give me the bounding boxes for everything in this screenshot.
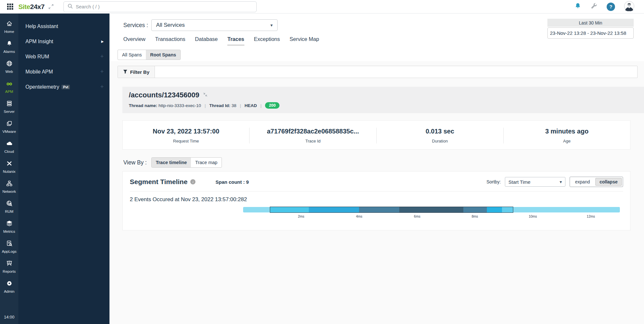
collapse-option[interactable]: collapse (595, 178, 622, 186)
search-input[interactable] (76, 4, 252, 9)
apm-panel: Help AssistantAPM Insight▶Web RUM+Mobile… (18, 14, 109, 324)
sidebar-item-vmware[interactable]: VMware (2, 117, 16, 137)
trace-title: /accounts/123456009 (129, 91, 199, 99)
applogs-icon (6, 240, 13, 248)
avatar[interactable] (624, 1, 634, 13)
bell-icon (6, 40, 13, 48)
metrics-icon (6, 220, 13, 228)
root-spans-option[interactable]: Root Spans (146, 50, 180, 60)
timeline-span-group[interactable] (270, 207, 513, 213)
segment-timeline-chart: 2ms4ms6ms8ms10ms12ms (130, 207, 623, 221)
sidebar-item-network[interactable]: Network (2, 177, 16, 197)
tab-overview[interactable]: Overview (123, 36, 146, 46)
filter-bar: Filter By (118, 66, 638, 78)
collapse-icon[interactable] (203, 92, 208, 98)
timeline-tick-12ms: 12ms (587, 214, 595, 218)
services-value: All Services (156, 22, 185, 28)
timeline-bar[interactable] (243, 207, 620, 212)
sidebar-item-server[interactable]: Server (2, 97, 16, 117)
sidebar-item-apm[interactable]: APM (2, 77, 16, 97)
panel-item-opentelemetry[interactable]: OpentelemetryPvt+ (18, 79, 109, 94)
chevron-down-icon: ▾ (560, 179, 562, 184)
tab-service-map[interactable]: Service Map (289, 36, 319, 46)
nutanix-icon (6, 160, 13, 168)
all-spans-option[interactable]: All Spans (118, 50, 146, 60)
sidebar-item-home[interactable]: Home (2, 17, 16, 37)
rail-clock: 14:00 (4, 315, 14, 319)
info-icon[interactable]: i (190, 179, 195, 184)
trace-header: /accounts/123456009 Thread name: http-ni… (122, 87, 644, 113)
sidebar-item-applogs[interactable]: AppLogs (2, 237, 16, 257)
sidebar-item-rum[interactable]: RUM (2, 197, 16, 217)
stat-age: 3 minutes agoAge (503, 128, 630, 143)
tab-exceptions[interactable]: Exceptions (254, 36, 280, 46)
sidebar-item-metrics[interactable]: Metrics (2, 217, 16, 237)
time-quick-label[interactable]: Last 30 Min (547, 19, 634, 27)
sortby-label: Sortby: (487, 179, 501, 184)
viewby-toggle: Trace timeline Trace map (151, 157, 222, 168)
thread-id-value: 38 (232, 103, 236, 108)
sidebar-item-reports[interactable]: Reports (2, 257, 16, 277)
filter-by-button[interactable]: Filter By (118, 66, 155, 78)
plus-icon[interactable]: + (100, 68, 104, 75)
services-label: Services : (123, 22, 148, 29)
sidebar-item-cloud[interactable]: Cloud (2, 137, 16, 157)
timeline-segment-2[interactable] (309, 207, 359, 212)
status-badge: 200 (265, 102, 279, 109)
help-icon[interactable]: ? (607, 3, 615, 11)
trace-timeline-option[interactable]: Trace timeline (152, 158, 191, 167)
thread-id-label: Thread Id: (209, 103, 230, 108)
search-icon (68, 4, 73, 10)
trace-stats-card: Nov 23, 2022 13:57:00Request Timea71769f… (122, 120, 630, 150)
timeline-segment-6[interactable] (487, 207, 502, 212)
plus-icon[interactable]: + (100, 83, 104, 90)
vmware-icon (6, 120, 13, 128)
rum-icon (6, 200, 13, 208)
thread-name-label: Thread name: (129, 103, 157, 108)
icon-rail: HomeAlarmsWebAPMServerVMwareCloudNutanix… (0, 14, 18, 324)
filter-input[interactable] (155, 66, 637, 78)
topbar: Site24x7 ? (0, 0, 644, 14)
tab-traces[interactable]: Traces (227, 36, 244, 46)
sortby-dropdown[interactable]: Start Time ▾ (505, 177, 565, 187)
time-range-picker[interactable]: 23-Nov-22 13:28 - 23-Nov-22 13:58 (547, 27, 634, 39)
panel-item-mobile-apm[interactable]: Mobile APM+ (18, 64, 109, 79)
segment-timeline-card: Segment Timeline i Span count : 9 Sortby… (122, 171, 630, 231)
timeline-tick-8ms: 8ms (472, 214, 478, 218)
panel-item-apm-insight[interactable]: APM Insight▶ (18, 34, 109, 49)
timeline-segment-3[interactable] (359, 207, 399, 212)
sidebar-item-admin[interactable]: Admin (2, 277, 16, 297)
tab-database[interactable]: Database (195, 36, 218, 46)
http-method: HEAD (244, 103, 257, 108)
pvt-badge: Pvt (62, 85, 70, 89)
expand-option[interactable]: expand (571, 178, 594, 186)
sidebar-item-web[interactable]: Web (2, 57, 16, 77)
sidebar-item-alarms[interactable]: Alarms (2, 37, 16, 57)
site24x7-logo[interactable]: Site24x7 (18, 3, 44, 11)
spans-toggle: All Spans Root Spans (118, 50, 181, 60)
notifications-bell-icon[interactable] (574, 2, 582, 11)
view-by-label: View By : (123, 159, 147, 166)
services-dropdown[interactable]: All Services ▾ (151, 19, 278, 31)
global-search[interactable] (63, 1, 257, 12)
timeline-segment-5[interactable] (463, 207, 487, 212)
fullscreen-icon[interactable] (48, 4, 54, 9)
time-range-widget: Last 30 Min 23-Nov-22 13:28 - 23-Nov-22 … (547, 19, 634, 39)
binoculars-icon (6, 80, 13, 88)
plus-icon[interactable]: + (100, 53, 104, 60)
panel-item-web-rum[interactable]: Web RUM+ (18, 49, 109, 64)
stat-trace-id: a71769f2f328ac2e06858835c...Trace Id (249, 128, 376, 143)
reports-icon (6, 260, 13, 268)
tab-transactions[interactable]: Transactions (155, 36, 185, 46)
timeline-segment-7[interactable] (502, 207, 513, 212)
trace-map-option[interactable]: Trace map (191, 158, 222, 167)
chevron-down-icon: ▾ (270, 23, 273, 28)
timeline-segment-4[interactable] (399, 207, 464, 212)
app-grid-icon[interactable] (7, 4, 13, 10)
sidebar-item-nutanix[interactable]: Nutanix (2, 157, 16, 177)
panel-item-help-assistant[interactable]: Help Assistant (18, 19, 109, 34)
span-count: Span count : 9 (215, 179, 249, 185)
timeline-segment-1[interactable] (270, 207, 309, 212)
tools-wrench-icon[interactable] (591, 3, 598, 11)
thread-name-value: http-nio-3333-exec-10 (158, 103, 201, 108)
